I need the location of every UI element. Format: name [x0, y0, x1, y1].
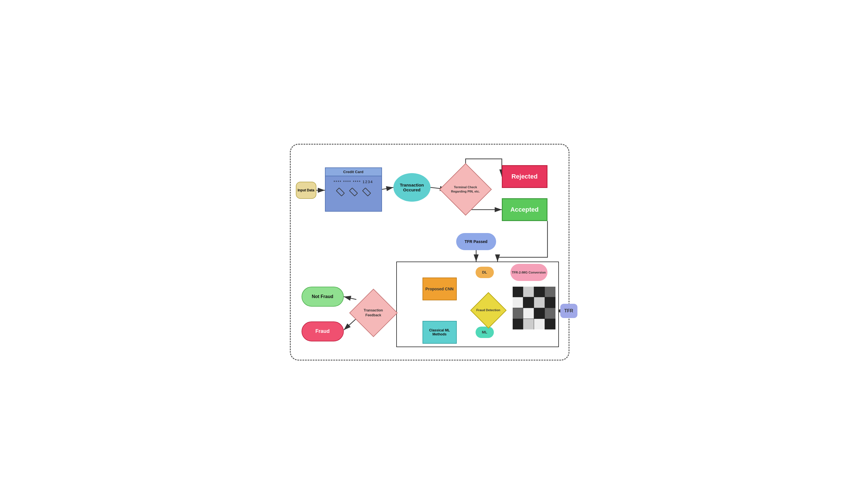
ml-label: ML [482, 330, 487, 334]
not-fraud-node: Not Fraud [302, 287, 344, 307]
dl-label: DL [482, 270, 487, 274]
img-cell [534, 308, 545, 319]
terminal-check-text: Terminal Check Regarding PIN, etc. [447, 185, 484, 193]
img-cell [513, 319, 523, 330]
chip-diamond-1 [336, 187, 345, 196]
input-data-label: Input Data [298, 188, 314, 192]
chip-diamond-2 [349, 187, 358, 196]
classical-ml-node: Classical ML Methods [422, 321, 457, 344]
img-cell [545, 287, 556, 297]
tfr-passed-node: TFR Passed [456, 233, 496, 250]
classical-ml-label: Classical ML Methods [423, 328, 456, 336]
proposed-cnn-label: Proposed CNN [425, 287, 454, 291]
transaction-feedback-text: Transaction Feedback [356, 308, 391, 318]
img-cell [534, 287, 545, 297]
img-cell [534, 319, 545, 330]
img-cell [545, 308, 556, 319]
not-fraud-label: Not Fraud [312, 294, 333, 299]
transaction-occurred-label: Transaction Occured [393, 183, 431, 192]
credit-card-chips [326, 186, 381, 198]
tfr2img-node: TFR-2-IMG Conversion [510, 264, 547, 281]
fraud-label: Fraud [315, 328, 330, 334]
fraud-detection-label: Fraud Detection [476, 297, 501, 323]
svg-line-13 [344, 296, 356, 300]
chip-diamond-3 [362, 187, 371, 196]
credit-card-node: Credit Card **** **** **** 1234 [325, 167, 382, 212]
fraud-node: Fraud [302, 321, 344, 341]
img-cell [523, 308, 534, 319]
img-cell [513, 297, 523, 308]
transaction-feedback-label: Transaction Feedback [356, 296, 391, 330]
img-cell [545, 319, 556, 330]
credit-card-number-text: **** **** **** 1234 [333, 180, 373, 184]
img-cell [545, 297, 556, 308]
credit-card-label: Credit Card [343, 170, 363, 174]
img-cell [513, 308, 523, 319]
img-cell [523, 297, 534, 308]
svg-line-2 [382, 187, 393, 189]
diagram-container: Input Data Credit Card **** **** **** 12… [290, 144, 570, 361]
image-grid [513, 287, 556, 330]
accepted-label: Accepted [510, 206, 539, 213]
rejected-label: Rejected [512, 173, 538, 180]
credit-card-number: **** **** **** 1234 [326, 176, 381, 186]
tfr-passed-label: TFR Passed [465, 239, 487, 244]
img-cell [523, 287, 534, 297]
img-cell [523, 319, 534, 330]
img-cell [534, 297, 545, 308]
tfr-node: TFR [560, 304, 577, 318]
proposed-cnn-node: Proposed CNN [422, 277, 457, 300]
fraud-detection-text: Fraud Detection [477, 308, 500, 312]
tfr-label-text: TFR [564, 308, 573, 314]
tfr2img-label: TFR-2-IMG Conversion [512, 271, 546, 274]
rejected-node: Rejected [502, 165, 547, 188]
credit-card-top: Credit Card [326, 168, 381, 176]
svg-line-14 [344, 319, 356, 330]
transaction-occurred-node: Transaction Occured [393, 173, 431, 202]
dl-node: DL [476, 267, 494, 278]
input-data-node: Input Data [296, 182, 316, 199]
terminal-check-label: Terminal Check Regarding PIN, etc. [447, 171, 484, 208]
ml-node: ML [476, 326, 494, 338]
img-cell [513, 287, 523, 297]
accepted-node: Accepted [502, 198, 547, 221]
